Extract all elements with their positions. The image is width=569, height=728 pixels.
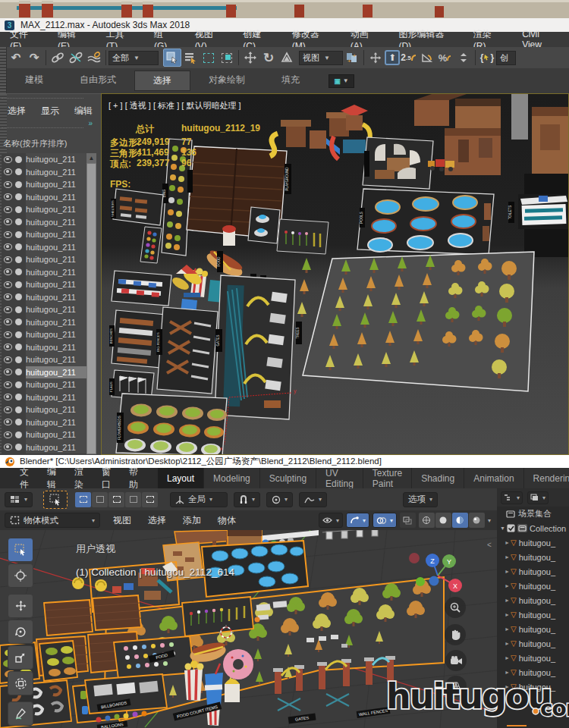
select-mode-new[interactable] xyxy=(75,492,91,507)
outliner-object-row[interactable]: ► ▽ huitugou_ xyxy=(497,636,569,651)
eye-icon[interactable] xyxy=(4,406,12,413)
eye-icon[interactable] xyxy=(4,281,12,288)
frozen-dot-icon[interactable] xyxy=(15,293,22,300)
scale-icon[interactable] xyxy=(278,49,296,67)
expand-arrow-icon[interactable]: ► xyxy=(505,583,511,588)
tool-annotate[interactable] xyxy=(8,701,33,726)
rectangular-selection-icon[interactable] xyxy=(200,49,218,67)
options-dropdown[interactable]: 选项▾ xyxy=(403,492,438,507)
ribbon-tab[interactable]: 填充 xyxy=(263,71,318,91)
overlays-button[interactable]: ▾ xyxy=(373,513,397,528)
eye-icon[interactable] xyxy=(4,243,12,250)
viewport-header-label[interactable]: [ + ] [ 透视 ] [ 标准 ] [ 默认明暗处理 ] xyxy=(108,100,241,111)
workspace-tab[interactable]: Rendering xyxy=(524,468,569,488)
tool-transform[interactable] xyxy=(8,671,33,695)
expand-arrow-icon[interactable]: ► xyxy=(505,554,511,560)
ribbon-tab[interactable]: 选择 xyxy=(134,71,190,91)
eye-icon[interactable] xyxy=(4,444,12,450)
move-icon[interactable] xyxy=(241,49,259,67)
explorer-tab[interactable]: 选择 xyxy=(8,105,26,118)
shading-rendered-button[interactable] xyxy=(469,513,485,528)
eye-icon[interactable] xyxy=(4,394,12,400)
toolbar-grip[interactable] xyxy=(0,47,7,68)
workspace-tab[interactable]: Modeling xyxy=(204,468,260,488)
reference-coordinate-dropdown[interactable]: 视图▼ xyxy=(299,51,343,65)
angle-snap-icon[interactable] xyxy=(418,49,436,67)
object-list-row[interactable]: huitugou_211 xyxy=(2,378,86,391)
frozen-dot-icon[interactable] xyxy=(15,193,22,200)
max-viewport[interactable]: [ + ] [ 透视 ] [ 标准 ] [ 默认明暗处理 ] 总计 huitug… xyxy=(101,93,569,455)
object-list-row[interactable]: huitugou_211 xyxy=(2,241,86,254)
list-scrollbar[interactable]: ▲ xyxy=(86,153,96,454)
frozen-dot-icon[interactable] xyxy=(15,419,22,425)
frozen-dot-icon[interactable] xyxy=(15,344,22,350)
eye-icon[interactable] xyxy=(4,431,12,438)
select-mode-subtract[interactable] xyxy=(108,492,124,507)
outliner-object-row[interactable]: ► ▽ huitugou_ xyxy=(497,550,569,564)
object-list-row[interactable]: huitugou_211 xyxy=(2,166,86,179)
viewport-menu-item[interactable]: 添加 xyxy=(174,514,209,527)
percent-snap-icon[interactable]: % xyxy=(436,49,454,67)
eye-icon[interactable] xyxy=(4,419,12,425)
zoom-gizmo[interactable] xyxy=(445,597,466,618)
frozen-dot-icon[interactable] xyxy=(15,406,22,413)
list-header[interactable]: 名称(按升序排序) xyxy=(3,138,67,149)
frozen-dot-icon[interactable] xyxy=(15,369,22,375)
eye-icon[interactable] xyxy=(4,293,12,300)
outliner-editor-type[interactable]: ▾ xyxy=(501,491,523,504)
blender-menu-item[interactable]: 帮助 xyxy=(120,466,147,491)
eye-icon[interactable] xyxy=(4,344,12,350)
eye-icon[interactable] xyxy=(4,168,12,175)
outliner-object-row[interactable]: ► ▽ huitugou_ xyxy=(497,564,569,579)
scroll-thumb[interactable] xyxy=(86,163,96,454)
use-center-icon[interactable]: ++ xyxy=(343,49,361,67)
select-mode-invert[interactable] xyxy=(125,492,141,507)
shading-material-button[interactable] xyxy=(452,513,468,528)
mode-dropdown[interactable]: 物体模式▾ xyxy=(5,513,100,528)
tool-cursor[interactable] xyxy=(8,563,33,588)
frozen-dot-icon[interactable] xyxy=(15,181,22,188)
xray-toggle-button[interactable] xyxy=(400,513,416,528)
object-list-row[interactable]: huitugou_211 xyxy=(2,178,86,191)
eye-icon[interactable] xyxy=(4,156,12,163)
expand-arrow-icon[interactable]: ► xyxy=(505,598,511,603)
frozen-dot-icon[interactable] xyxy=(15,306,22,313)
select-object-button[interactable] xyxy=(163,49,181,67)
expand-arrow-icon[interactable]: ► xyxy=(505,655,511,661)
shading-wireframe-button[interactable] xyxy=(419,513,435,528)
object-list-row[interactable]: huitugou_211 xyxy=(2,153,86,166)
eye-icon[interactable] xyxy=(4,268,12,275)
window-crossing-icon[interactable] xyxy=(218,49,236,67)
select-place-icon[interactable] xyxy=(366,49,385,67)
gizmos-button[interactable]: ▾ xyxy=(346,513,369,528)
object-list-row[interactable]: huitugou_211 xyxy=(2,341,86,354)
object-list-row[interactable]: huitugou_211 xyxy=(2,391,86,404)
object-visibility-button[interactable]: ▾ xyxy=(319,513,343,528)
snap-toggle-25-icon[interactable]: 2.5 xyxy=(400,49,418,67)
undo-icon[interactable]: ↶ xyxy=(7,49,25,67)
selection-filter-dropdown[interactable]: 全部▼ xyxy=(108,51,159,65)
named-selection-icon[interactable]: {} xyxy=(478,49,496,67)
eye-icon[interactable] xyxy=(4,369,12,375)
object-list-row[interactable]: huitugou_211 xyxy=(2,228,86,241)
select-by-name-button[interactable] xyxy=(181,49,200,67)
tool-scale[interactable] xyxy=(8,645,33,670)
ribbon-tab[interactable]: 自由形式 xyxy=(61,71,134,91)
frozen-dot-icon[interactable] xyxy=(15,268,22,275)
workspace-tab[interactable]: Animation xyxy=(464,468,523,488)
workspace-tab[interactable]: UV Editing xyxy=(316,468,363,488)
eye-icon[interactable] xyxy=(4,206,12,213)
rotate-icon[interactable]: ↻ xyxy=(259,49,278,67)
workspace-tab[interactable]: Shading xyxy=(412,468,464,488)
transform-orientation-dropdown[interactable]: 全局▾ xyxy=(170,492,228,507)
pan-gizmo[interactable] xyxy=(445,624,466,645)
bind-space-warp-icon[interactable] xyxy=(85,49,103,67)
select-mode-extend[interactable] xyxy=(92,492,108,507)
workspace-tab[interactable]: Texture Paint xyxy=(363,468,412,488)
collection-row[interactable]: ▼ Collection xyxy=(497,521,569,535)
expand-chevrons[interactable]: » xyxy=(88,119,92,127)
eye-icon[interactable] xyxy=(4,256,12,263)
tool-rotate[interactable] xyxy=(8,620,33,644)
object-list-row[interactable]: huitugou_211 xyxy=(2,291,86,304)
navigation-gizmo[interactable]: Z Y X xyxy=(410,539,470,592)
